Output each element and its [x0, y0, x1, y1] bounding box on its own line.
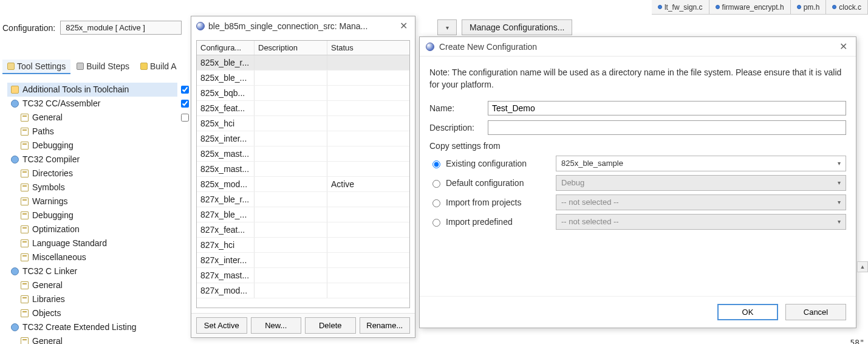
editor-fragment: 58" [850, 338, 864, 344]
create-titlebar[interactable]: Create New Configuration ✕ [420, 37, 856, 57]
table-row[interactable]: 825x_mast... [197, 146, 409, 162]
rename-button[interactable]: Rename... [360, 317, 411, 334]
name-input[interactable] [488, 101, 846, 115]
chevron-down-icon: ▾ [838, 179, 841, 186]
tree-link-general[interactable]: General [7, 278, 177, 292]
table-row[interactable]: 827x_mast... [197, 268, 409, 283]
checkbox-2[interactable] [179, 98, 191, 109]
radio-import-predefined[interactable]: Import predefined [429, 217, 551, 227]
tree-asm-general[interactable]: General [7, 111, 177, 125]
table-row[interactable]: 827x_hci [197, 238, 409, 253]
name-label: Name: [429, 103, 482, 113]
import-predefined-select: -- not selected --▾ [556, 214, 846, 230]
file-icon [716, 5, 720, 9]
table-row[interactable]: 825x_ble_r... [197, 55, 409, 71]
existing-select[interactable]: 825x_ble_sample▾ [556, 156, 846, 171]
table-row[interactable]: 827x_inter... [197, 253, 409, 268]
doc-icon [21, 198, 29, 205]
table-row[interactable]: 827x_mod... [197, 283, 409, 298]
configuration-dropdown-button[interactable] [437, 19, 457, 35]
radio-existing[interactable]: Existing configuration [429, 159, 551, 168]
tree-compiler[interactable]: TC32 Compiler [7, 153, 177, 167]
tab-fw-sign[interactable]: lt_fw_sign.c [652, 0, 709, 14]
doc-icon [21, 309, 29, 317]
tree-comp-symbols[interactable]: Symbols [7, 181, 177, 194]
header-description[interactable]: Description [255, 41, 327, 55]
close-icon[interactable]: ✕ [397, 20, 410, 32]
scroll-up-icon[interactable]: ▲ [857, 261, 868, 272]
manage-titlebar[interactable]: ble_b85m_single_connection_src: Mana... … [191, 16, 415, 35]
doc-icon [21, 225, 29, 233]
ok-button[interactable]: OK [717, 304, 778, 320]
tree-comp-directories[interactable]: Directories [7, 167, 177, 181]
table-row[interactable]: 825x_mod...Active [197, 177, 409, 192]
description-input[interactable] [488, 120, 846, 135]
radio-import-projects[interactable]: Import from projects [429, 198, 551, 207]
tree-assembler[interactable]: TC32 CC/Assembler [7, 97, 177, 111]
tab-tool-settings[interactable]: Tool Settings [2, 60, 70, 74]
tab-clock[interactable]: clock.c [826, 0, 868, 14]
tree-asm-debugging[interactable]: Debugging [7, 139, 177, 153]
settings-tree[interactable]: Additional Tools in Toolchain TC32 CC/As… [7, 83, 177, 344]
checkbox-1[interactable] [179, 84, 191, 95]
checkbox-column [179, 84, 191, 123]
trophy-icon [140, 63, 148, 70]
header-status[interactable]: Status [327, 41, 409, 55]
gear-icon [77, 63, 84, 70]
file-icon [832, 5, 836, 9]
tree-additional-tools[interactable]: Additional Tools in Toolchain [7, 83, 177, 97]
doc-icon [21, 170, 29, 177]
table-row[interactable]: 825x_ble_... [197, 71, 409, 86]
configurations-table: Configura... Description Status 825x_ble… [196, 40, 410, 308]
tree-comp-debugging[interactable]: Debugging [7, 208, 177, 222]
table-row[interactable]: 825x_feat... [197, 101, 409, 116]
file-icon [797, 5, 801, 9]
doc-icon [21, 337, 29, 344]
file-icon [658, 5, 662, 9]
doc-icon [21, 295, 29, 303]
tree-comp-misc[interactable]: Miscellaneous [7, 250, 177, 264]
table-row[interactable]: 825x_mast... [197, 162, 409, 177]
tab-build-steps[interactable]: Build Steps [72, 60, 134, 74]
tree-link-objects[interactable]: Objects [7, 306, 177, 320]
tool-icon [11, 323, 19, 331]
close-icon[interactable]: ✕ [837, 41, 850, 52]
tab-pm[interactable]: pm.h [791, 0, 827, 14]
tree-comp-warnings[interactable]: Warnings [7, 194, 177, 208]
table-rows[interactable]: 825x_ble_r...825x_ble_...825x_bqb...825x… [197, 55, 409, 308]
table-row[interactable]: 825x_inter... [197, 131, 409, 146]
tree-comp-language[interactable]: Language Standard [7, 236, 177, 250]
table-row[interactable]: 827x_ble_r... [197, 192, 409, 207]
table-row[interactable]: 825x_bqb... [197, 86, 409, 101]
radio-default[interactable]: Default configuration [429, 178, 551, 188]
create-footer: OK Cancel [420, 296, 856, 328]
doc-icon [21, 281, 29, 289]
tree-ext-general[interactable]: General [7, 334, 177, 344]
doc-icon [21, 128, 29, 136]
configuration-label: Configuration: [2, 23, 55, 33]
checkbox-3[interactable] [179, 112, 191, 123]
create-configuration-dialog: Create New Configuration ✕ Note: The con… [419, 36, 856, 328]
eclipse-icon [426, 43, 434, 51]
table-row[interactable]: 827x_feat... [197, 222, 409, 238]
configuration-select[interactable]: 825x_module [ Active ] [60, 21, 182, 35]
tree-linker[interactable]: TC32 C Linker [7, 264, 177, 278]
tree-extended-listing[interactable]: TC32 Create Extended Listing [7, 320, 177, 334]
tree-link-libraries[interactable]: Libraries [7, 292, 177, 306]
delete-button[interactable]: Delete [305, 317, 356, 334]
tree-asm-paths[interactable]: Paths [7, 125, 177, 139]
tree-comp-optimization[interactable]: Optimization [7, 222, 177, 236]
eclipse-icon [196, 22, 205, 30]
manage-configurations-button[interactable]: Manage Configurations... [462, 19, 572, 35]
new-button[interactable]: New... [251, 317, 302, 334]
header-configuration[interactable]: Configura... [197, 41, 255, 55]
cancel-button[interactable]: Cancel [785, 304, 846, 320]
set-active-button[interactable]: Set Active [196, 317, 247, 334]
default-select: Debug▾ [556, 175, 846, 191]
table-row[interactable]: 827x_ble_... [197, 207, 409, 222]
tab-build-artifact[interactable]: Build A [135, 60, 182, 74]
tab-fw-encrypt[interactable]: firmware_encrypt.h [709, 0, 791, 14]
table-row[interactable]: 825x_hci [197, 116, 409, 131]
manage-buttons: Set Active New... Delete Rename... [191, 313, 415, 337]
editor-tabs: lt_fw_sign.c firmware_encrypt.h pm.h clo… [652, 0, 868, 15]
